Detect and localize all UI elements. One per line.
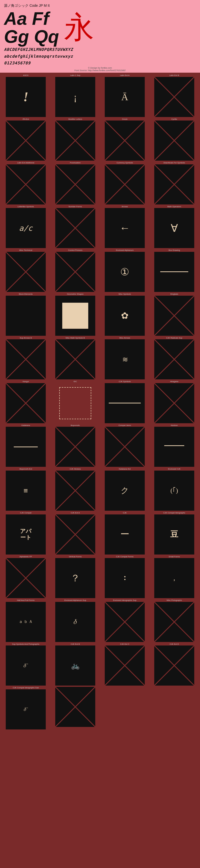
font-preview-kanji: 永: [64, 12, 94, 42]
cell-label: Kangxi: [23, 380, 29, 383]
cell-xbox: [154, 77, 194, 117]
cell-xbox: [105, 427, 145, 467]
cell-label: Enclosed Ideographic Sup: [113, 599, 136, 602]
cell-xbox: [55, 121, 95, 161]
grid-cell-bopomofo: Bopomofo: [50, 424, 100, 468]
cell-label: Misc Arrows: [119, 337, 130, 339]
cell-xbox: [55, 471, 95, 511]
cell-content-ac: a/c: [6, 208, 46, 248]
grid-cell-halffulls: Half And Full Forms ａ ｂ Ａ: [1, 599, 50, 643]
grid-cell-hiragana: Hiragana: [150, 380, 199, 424]
cell-label: CJK Ext D: [170, 643, 179, 646]
grid-cell-empty3: [100, 686, 150, 730]
cell-content-geoshape: [55, 296, 95, 336]
grid-row: Alphabetic FP Vertical Forms ？ CJK Compa…: [1, 555, 199, 599]
cell-label: CJK: [123, 512, 126, 514]
grid-cell-cjkcompatforms: CJK Compat Forms: [100, 555, 150, 599]
grid-cell-numforms: Number Forms: [50, 205, 100, 249]
grid-row: Latin Ext Additional Punctuation Currenc…: [1, 161, 199, 205]
grid-cell-geoshapes: Geometric Shapes: [50, 292, 100, 336]
grid-cell-latinexta: Latin Ext A Ā: [100, 74, 150, 118]
grid-cell-arrows: Arrows ←: [100, 205, 150, 249]
cell-label: Misc Technical: [19, 249, 32, 252]
cell-label: CJK Compat Ideographs: [163, 512, 185, 514]
grid-section: ASCII ! Latin 1 Sup ¡ Latin Ext A Ā Lati…: [0, 73, 200, 731]
cell-label: CJK Ext A: [71, 512, 80, 514]
cell-content-cjkextb: 🚲: [55, 646, 95, 686]
cell-label: Small Forms: [169, 556, 180, 558]
cell-content-katakana: [6, 427, 46, 467]
grid-cell-bopomofoext: Bopomofo Ext ≡: [1, 467, 50, 511]
grid-cell-letterlike: Letterlike Symbols a/c: [1, 205, 50, 249]
grid-cell-ipaext: IPA Ext: [1, 118, 50, 161]
page-container: 源ノ角ゴシック Code JP M It Aa Ff Gg Qq 永 ABCDE…: [0, 0, 200, 731]
cell-label: Sup Symbols And Pictographic: [12, 643, 39, 646]
cell-label: Diacriticals For Symbols: [163, 162, 185, 164]
grid-cell-katakana: Katakana: [1, 424, 50, 468]
grid-row: Bopomofo Ext ≡ CJK Strokes Katakana Ext …: [1, 467, 199, 511]
cell-content-tilde: ≋: [105, 339, 145, 379]
grid-cell-kanbun: Kanbun: [150, 424, 199, 468]
grid-cell-currency: Currency Symbols: [100, 161, 150, 205]
grid-cell-cjkradicalsup: CJK Radicals Sup: [150, 336, 199, 380]
grid-row: Half And Full Forms ａ ｂ Ａ Enclosed Alpha…: [1, 599, 199, 643]
grid-cell-cyrillic: Cyrillic: [150, 118, 199, 161]
cell-content-apaato: アパート: [6, 515, 46, 555]
grid-cell-compatjamo: Compat Jamo: [100, 424, 150, 468]
cell-xbox: [154, 646, 194, 686]
cell-content-supsym: 𝛿⁻: [6, 646, 46, 686]
cell-xbox: [154, 602, 194, 642]
cell-label: Bopomofo: [71, 424, 80, 427]
grid-cell-suparrowsb: Sup Arrows B: [1, 336, 50, 380]
grid-cell-mathop: Math Operators ∀: [150, 205, 199, 249]
cell-content-halfforms: ａ ｂ Ａ: [6, 602, 46, 642]
grid-cell-enclosed: Enclosed Alphanum ①: [100, 249, 150, 292]
cell-label: IDC: [74, 380, 77, 383]
cell-xbox: [154, 296, 194, 336]
cell-label: Bopomofo Ext: [19, 468, 32, 470]
cell-content-equals: ≡: [6, 471, 46, 511]
grid-cell-latinextadd: Latin Ext Additional: [1, 161, 50, 205]
cell-label: ASCII: [23, 74, 29, 77]
cell-label: Greek: [122, 118, 127, 121]
grid-cell-miscpicto: Misc Pictographs: [150, 599, 199, 643]
cell-xbox: [55, 252, 95, 292]
grid-row: IPA Ext Modifier Letters Greek Cyrillic: [1, 118, 199, 161]
grid-cell-misctechnical: Misc Technical: [1, 249, 50, 292]
cell-label: Arrows: [122, 206, 128, 208]
font-source: © Design by fontke.com Font Source: http…: [4, 66, 196, 73]
grid-row: Letterlike Symbols a/c Number Forms Arro…: [1, 205, 199, 249]
cell-content-kanbun: [154, 427, 194, 467]
grid-row: Sup Symbols And Pictographic 𝛿⁻ CJK Ext …: [1, 643, 199, 686]
grid-row: Misc Technical Control Pictures Enclosed…: [1, 249, 199, 292]
cell-xbox: [55, 427, 95, 467]
grid-cell-supsymbols: Sup Symbols And Pictographic 𝛿⁻: [1, 643, 50, 686]
cell-label: Misc Symbols: [119, 293, 131, 296]
cell-xbox: [6, 252, 46, 292]
grid-cell-cjkexta: CJK Ext A: [50, 511, 100, 555]
cell-label: CJK Ext B: [71, 643, 80, 646]
cell-label: Vertical Forms: [69, 556, 81, 558]
cell-content-block: [6, 296, 46, 336]
cell-label: CJK Symbols: [119, 380, 131, 383]
cell-label: Number Forms: [69, 206, 82, 208]
cell-xbox: [105, 164, 145, 205]
grid-cell-vertforms: Vertical Forms ？: [50, 555, 100, 599]
grid-cell-idc: IDC: [50, 380, 100, 424]
cell-label: Control Pictures: [68, 249, 82, 252]
cell-content-sun: ✿: [105, 296, 145, 336]
cell-xbox: [55, 339, 95, 379]
cell-xbox: [6, 339, 46, 379]
cell-content-iota: ¡: [55, 77, 95, 117]
font-preview-row: Aa Ff Gg Qq 永: [4, 9, 196, 45]
grid-cell-cjkextb: CJK Ext B 🚲: [50, 643, 100, 686]
cell-xbox: [105, 121, 145, 161]
font-alphabet-digits: 0123456789: [4, 59, 196, 66]
grid-cell-kangxi: Kangxi: [1, 380, 50, 424]
cell-content-forall: ∀: [154, 208, 194, 248]
grid-cell-cjkextc: CJK Ext C: [100, 643, 150, 686]
cell-content-enclosedcjk: (｢): [154, 471, 194, 511]
cell-content-circle1: ①: [105, 252, 145, 292]
cell-label: Compat Jamo: [119, 424, 131, 427]
cell-label: Latin 1 Sup: [70, 74, 80, 77]
